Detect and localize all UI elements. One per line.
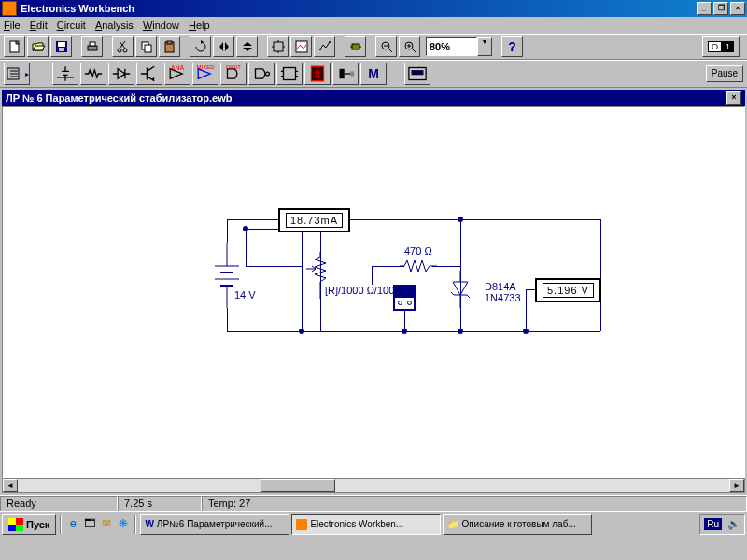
diode-model-label: D814A bbox=[485, 281, 516, 292]
parts-diodes[interactable] bbox=[108, 63, 134, 85]
properties-button[interactable] bbox=[314, 36, 335, 57]
pause-button[interactable]: Pause bbox=[706, 65, 743, 82]
save-button[interactable] bbox=[50, 36, 72, 57]
voltmeter[interactable]: 5.196 V bbox=[535, 278, 601, 302]
ammeter[interactable]: 18.73mA bbox=[278, 208, 350, 232]
taskbar-item-folder[interactable]: 📁Описание к готовым лаб... bbox=[443, 514, 592, 535]
app-icon bbox=[2, 1, 17, 16]
paste-button[interactable] bbox=[159, 36, 180, 57]
taskbar: Пуск e 🗔 ✉ ❋ WЛР№6 Параметрический... El… bbox=[0, 511, 747, 536]
zoom-control: ▼ bbox=[426, 37, 492, 56]
menu-file[interactable]: File bbox=[4, 20, 21, 31]
parts-digital[interactable]: DIGIT bbox=[220, 63, 247, 85]
quick-desktop-icon[interactable]: 🗔 bbox=[82, 517, 97, 532]
zoom-out-button[interactable] bbox=[375, 36, 397, 57]
menu-circuit[interactable]: Circuit bbox=[57, 20, 86, 31]
scroll-right-button[interactable]: ► bbox=[729, 479, 744, 492]
parts-sources[interactable] bbox=[52, 63, 78, 85]
document-close-button[interactable]: × bbox=[726, 91, 741, 105]
tray-sound-icon[interactable]: 🔊 bbox=[727, 518, 740, 530]
svg-point-6 bbox=[118, 49, 121, 52]
quick-app-icon[interactable]: ❋ bbox=[116, 517, 131, 532]
svg-rect-5 bbox=[90, 42, 95, 46]
parts-indicators[interactable]: 8 bbox=[304, 63, 331, 85]
svg-rect-12 bbox=[274, 42, 283, 51]
power-switch[interactable]: O1 bbox=[702, 36, 740, 57]
cut-button[interactable] bbox=[112, 36, 134, 57]
zoom-input[interactable] bbox=[426, 37, 477, 56]
svg-point-14 bbox=[319, 49, 321, 50]
menu-edit[interactable]: Edit bbox=[30, 20, 48, 31]
pot-label: [R]/1000 Ω/100% bbox=[325, 285, 403, 296]
restore-button[interactable]: ❐ bbox=[713, 2, 728, 15]
svg-rect-25 bbox=[350, 71, 354, 76]
title-bar: Electronics Workbench _ ❐ × bbox=[0, 0, 747, 17]
start-button[interactable]: Пуск bbox=[2, 514, 56, 535]
language-indicator[interactable]: Ru bbox=[704, 518, 722, 530]
parts-transistors[interactable] bbox=[136, 63, 162, 85]
subcircuit-button[interactable] bbox=[267, 36, 289, 57]
diode-part-label: 1N4733 bbox=[485, 292, 521, 303]
svg-rect-24 bbox=[340, 69, 345, 78]
close-button[interactable]: × bbox=[730, 2, 745, 15]
svg-rect-3 bbox=[59, 48, 64, 51]
horizontal-scrollbar[interactable]: ◄ ► bbox=[2, 478, 745, 493]
main-toolbar: ▼ ? O1 bbox=[0, 34, 747, 60]
open-button[interactable] bbox=[27, 36, 49, 57]
print-button[interactable] bbox=[81, 36, 103, 57]
taskbar-item-word[interactable]: WЛР№6 Параметрический... bbox=[140, 514, 289, 535]
parts-instruments[interactable] bbox=[404, 63, 430, 85]
svg-rect-11 bbox=[167, 41, 172, 44]
windows-logo-icon bbox=[8, 518, 23, 531]
svg-point-15 bbox=[329, 41, 331, 43]
document-title: ЛР № 6 Параметрический стабилизатор.ewb bbox=[6, 92, 233, 104]
zener-symbol[interactable] bbox=[449, 271, 472, 308]
parts-basic[interactable] bbox=[80, 63, 106, 85]
svg-point-7 bbox=[123, 49, 127, 52]
svg-rect-2 bbox=[58, 42, 65, 47]
copy-button[interactable] bbox=[135, 36, 157, 57]
parts-logic[interactable] bbox=[248, 63, 275, 85]
menu-window[interactable]: Window bbox=[143, 20, 179, 31]
component-button[interactable] bbox=[345, 36, 366, 57]
document-title-bar: ЛР № 6 Параметрический стабилизатор.ewb … bbox=[2, 90, 745, 106]
quick-outlook-icon[interactable]: ✉ bbox=[99, 517, 114, 532]
svg-text:8: 8 bbox=[315, 69, 320, 79]
status-time: 7.25 s bbox=[118, 496, 202, 511]
svg-rect-27 bbox=[412, 70, 424, 75]
rotate-button[interactable] bbox=[190, 36, 211, 57]
menu-help[interactable]: Help bbox=[189, 20, 210, 31]
system-tray: Ru 🔊 bbox=[699, 514, 745, 535]
svg-rect-16 bbox=[352, 44, 359, 49]
graph-button[interactable] bbox=[290, 36, 312, 57]
zoom-dropdown[interactable]: ▼ bbox=[477, 37, 492, 56]
scroll-track[interactable] bbox=[18, 479, 729, 492]
minimize-button[interactable]: _ bbox=[697, 2, 712, 15]
parts-analog[interactable]: ANA bbox=[164, 63, 190, 85]
flip-v-button[interactable] bbox=[236, 36, 258, 57]
status-ready: Ready bbox=[0, 496, 118, 511]
svg-point-20 bbox=[266, 72, 270, 76]
scroll-thumb[interactable] bbox=[261, 479, 335, 492]
parts-digital-ic[interactable] bbox=[276, 63, 303, 85]
parts-controls[interactable] bbox=[332, 63, 359, 85]
resistor-symbol[interactable] bbox=[400, 257, 437, 275]
svg-rect-21 bbox=[284, 68, 296, 80]
scroll-left-button[interactable]: ◄ bbox=[3, 479, 18, 492]
circuit-canvas[interactable]: 14 V 18.73mA [R]/1000 Ω/100% 470 Ω D814A… bbox=[2, 106, 745, 478]
zoom-in-button[interactable] bbox=[399, 36, 420, 57]
menu-analysis[interactable]: Analysis bbox=[95, 20, 134, 31]
document-area: ЛР № 6 Параметрический стабилизатор.ewb … bbox=[0, 88, 747, 495]
vsrc-label: 14 V bbox=[234, 289, 256, 301]
app-title: Electronics Workbench bbox=[21, 3, 695, 14]
multimeter-icon[interactable] bbox=[393, 285, 416, 311]
parts-misc[interactable]: M bbox=[360, 63, 387, 85]
flip-h-button[interactable] bbox=[213, 36, 234, 57]
quick-ie-icon[interactable]: e bbox=[65, 517, 80, 532]
help-button[interactable]: ? bbox=[501, 36, 523, 57]
new-button[interactable] bbox=[4, 36, 25, 57]
parts-favorites[interactable]: ▸ bbox=[4, 63, 30, 85]
parts-mixed[interactable]: MIXED bbox=[192, 63, 218, 85]
taskbar-item-ewb[interactable]: Electronics Workben... bbox=[291, 514, 441, 535]
parts-toolbar: ▸ ANA MIXED DIGIT 8 M Pause bbox=[0, 60, 747, 88]
